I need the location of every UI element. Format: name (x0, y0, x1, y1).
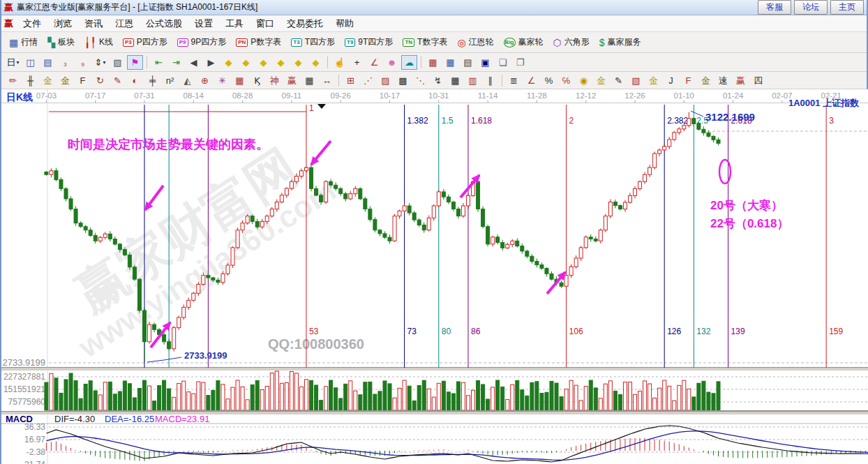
9t-square-button[interactable]: T99T四方形 (340, 35, 398, 50)
winner-service-button[interactable]: $赢家服务 (594, 35, 646, 50)
fan-lines-icon[interactable]: ⋰ (360, 73, 376, 88)
menu-info[interactable]: 资讯 (78, 16, 109, 31)
fan-lines2-icon[interactable]: ⋱ (412, 73, 428, 88)
pen-lines-icon[interactable]: ✎ (611, 73, 627, 88)
compress-x-icon[interactable]: ◆ (273, 55, 289, 70)
gann-face-icon[interactable]: ☻ (384, 55, 400, 70)
report-view-icon[interactable]: ▤ (40, 55, 56, 70)
ying-angle-icon[interactable]: 赢 (733, 73, 749, 88)
k-marks-icon[interactable]: Ϗ (249, 73, 265, 88)
p-number-table-button[interactable]: PNP数字表 (231, 35, 286, 50)
shen-grid-icon[interactable]: 神 (267, 73, 283, 88)
width-arrows-icon[interactable]: ↔ (319, 73, 335, 88)
speed-angle-icon[interactable]: 速 (715, 73, 731, 88)
ying-grid-icon[interactable]: 赢 (284, 73, 300, 88)
dark-hatch-box-icon[interactable]: ▩ (395, 73, 411, 88)
small-9-chart-icon[interactable]: ₉ (75, 55, 91, 70)
image-export-icon[interactable]: ❏ (495, 55, 511, 70)
zigzag-icon[interactable]: ↯ (430, 73, 446, 88)
cloud-tool-icon[interactable]: ☁ (401, 55, 417, 70)
percent-line-icon[interactable]: ℅ (558, 73, 574, 88)
small-3-chart-icon[interactable]: ₃ (57, 55, 73, 70)
percent-icon[interactable]: % (541, 73, 557, 88)
calendar-icon[interactable]: ▦ (425, 55, 441, 70)
print-icon[interactable]: ❐ (512, 55, 528, 70)
grid-black-icon[interactable]: ▦ (447, 73, 463, 88)
ruler-ticks-icon[interactable]: ≣ (506, 73, 522, 88)
memo-icon[interactable]: ▤ (460, 55, 476, 70)
draw-pen-icon[interactable]: ✏ (5, 73, 21, 88)
slant-lines-icon[interactable]: ∥ (482, 73, 498, 88)
gold-angle2-icon[interactable]: 金 (698, 73, 714, 88)
gold-angle-icon[interactable]: 金 (645, 73, 661, 88)
menu-help[interactable]: 帮助 (329, 16, 360, 31)
kline-pattern-icon[interactable]: ▧ (110, 55, 126, 70)
four-angle-icon[interactable]: 四 (750, 73, 766, 88)
menu-file[interactable]: 文件 (17, 16, 47, 31)
hand-tool-icon[interactable]: ☝ (331, 55, 347, 70)
quotes-button[interactable]: ▦行情 (4, 35, 43, 50)
hline-segments-icon[interactable]: ╫ (22, 73, 38, 88)
solar-term-note-line1[interactable]: 20号（大寒） (710, 198, 783, 212)
square-of-nine-icon[interactable]: n² (162, 73, 178, 88)
f-angle-icon[interactable]: F (680, 73, 696, 88)
angle-grid-icon[interactable]: ▧ (628, 73, 644, 88)
spiral-icon[interactable]: ↻ (92, 73, 108, 88)
service-button[interactable]: 客服 (758, 0, 791, 15)
grid-red-icon[interactable]: ▥ (465, 73, 481, 88)
gann-clock-icon[interactable]: ◐ (127, 73, 143, 88)
last-bar-icon[interactable]: ⇥ (168, 55, 184, 70)
gold-circle-icon[interactable]: ◉ (576, 73, 592, 88)
fibonacci-lines-icon[interactable]: F (75, 73, 91, 88)
shrink-right-icon[interactable]: ◆ (238, 55, 254, 70)
fit-screen-icon[interactable]: ◆ (308, 55, 324, 70)
sectors-button[interactable]: ▚板块 (43, 35, 80, 50)
first-bar-icon[interactable]: ⇤ (151, 55, 167, 70)
percent-angle-icon[interactable]: ∠ (523, 73, 539, 88)
gann-wheel-button[interactable]: ◎江恩轮 (452, 35, 498, 50)
menu-trade[interactable]: 交易委托 (280, 16, 329, 31)
9p-square-button[interactable]: P99P四方形 (172, 35, 231, 50)
gold-ratio-lines-icon[interactable]: 金 (40, 73, 56, 88)
hatch-box-icon[interactable]: ▨ (377, 73, 394, 88)
angle-measure-icon[interactable]: ∠ (366, 55, 382, 70)
shrink-left-icon[interactable]: ◆ (220, 55, 237, 70)
chart-canvas[interactable]: 2273278811515519217577596036.3316.97-2.3… (1, 89, 868, 464)
prev-bar-icon[interactable]: ◀ (186, 55, 202, 70)
gold-hlines-icon[interactable]: 金 (593, 73, 609, 88)
winner-wheel-button[interactable]: Big赢家轮 (499, 35, 548, 50)
kline-button[interactable]: ╽╿K线 (80, 35, 118, 50)
title-bar[interactable]: 赢 赢家江恩专业版[赢家服务平台] - [上证指数 SH1A0001-167日K… (1, 0, 867, 15)
j-angle-icon[interactable]: J (663, 73, 679, 88)
macd-indicator-label[interactable]: MACD (6, 414, 33, 424)
expand-all-icon[interactable]: ◆ (290, 55, 306, 70)
menu-browse[interactable]: 浏览 (47, 16, 78, 31)
circle-cross-icon[interactable]: ⊕ (197, 73, 213, 88)
grid-lines-icon[interactable]: ╪ (144, 73, 160, 88)
menu-tools[interactable]: 工具 (219, 16, 250, 31)
menu-settings[interactable]: 设置 (188, 16, 219, 31)
triangle-tool-icon[interactable]: ◭ (179, 73, 195, 88)
solar-term-note-line2[interactable]: 22号（0.618） (710, 217, 788, 230)
price-grid-icon[interactable]: ▦ (232, 73, 248, 88)
t-number-table-button[interactable]: TNT数字表 (398, 35, 452, 50)
hexagon-button[interactable]: ⬡六角形 (548, 35, 594, 50)
forum-button[interactable]: 论坛 (794, 0, 828, 15)
time-note-text[interactable]: 时间是决定市场走势最关键的因素。 (68, 137, 269, 151)
wave-view-icon[interactable]: ◫ (22, 55, 38, 70)
menu-formula-stock-pick[interactable]: 公式选股 (140, 16, 188, 31)
calculator-icon[interactable]: ▦ (442, 55, 458, 70)
candle-style-selector[interactable]: ⇕▾ (92, 55, 108, 70)
color-analysis-icon[interactable]: ⚑ (127, 55, 143, 70)
home-button[interactable]: 主页 (830, 0, 864, 15)
t-square-button[interactable]: T3T四方形 (286, 35, 340, 50)
save-icon[interactable]: ▣ (477, 55, 493, 70)
frame-tool-icon[interactable]: ⊞ (343, 73, 359, 88)
next-bar-icon[interactable]: ▶ (203, 55, 219, 70)
brush-icon[interactable]: ✎ (110, 73, 126, 88)
gold-extension-lines-icon[interactable]: 金 (57, 73, 73, 88)
crosshair-tool-icon[interactable]: + (349, 55, 365, 70)
period-day-selector[interactable]: 日▾ (5, 55, 21, 70)
p-square-button[interactable]: P3P四方形 (118, 35, 172, 50)
menu-window[interactable]: 窗口 (250, 16, 280, 31)
